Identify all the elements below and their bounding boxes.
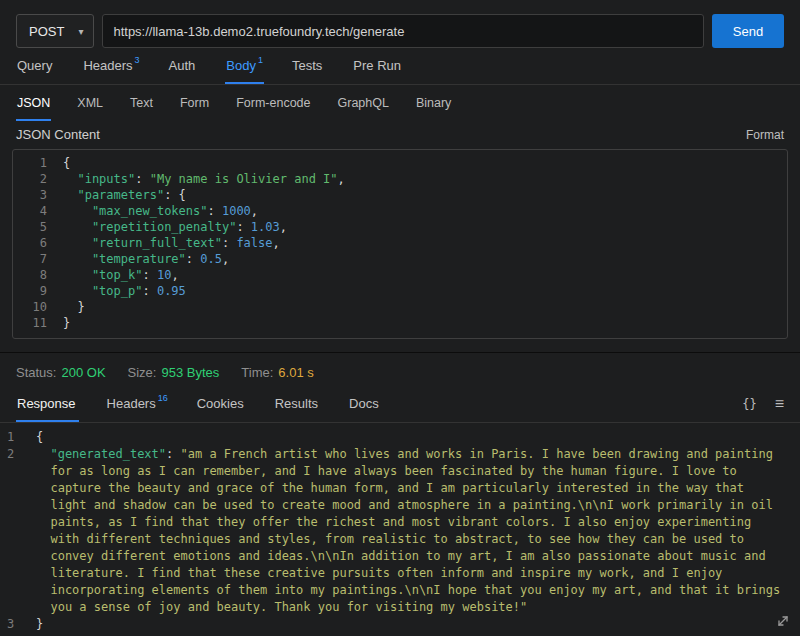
tab-label: Text [130, 96, 153, 110]
line-number: 4 [13, 203, 63, 219]
response-headers-count-badge: 16 [158, 393, 168, 403]
code-line-content: { [36, 429, 800, 446]
code-line-content: "return_full_text": false, [63, 235, 787, 251]
time-label: Time: [241, 365, 273, 380]
request-tabs-bar: Query Headers3 Auth Body1 Tests Pre Run [0, 48, 800, 85]
code-line-content: } [63, 299, 787, 315]
url-input[interactable] [102, 14, 704, 48]
tab-label: Headers [107, 396, 156, 411]
tab-label: Pre Run [353, 58, 401, 73]
code-line-content: "top_k": 10, [63, 267, 787, 283]
format-json-icon[interactable]: {} [742, 397, 756, 411]
code-line-content: "max_new_tokens": 1000, [63, 203, 787, 219]
tab-text[interactable]: Text [129, 87, 154, 121]
tab-cookies[interactable]: Cookies [196, 386, 247, 422]
code-line: 7"temperature": 0.5, [13, 251, 787, 267]
code-line: 3} [0, 616, 800, 633]
line-number: 3 [0, 616, 36, 633]
tab-results[interactable]: Results [274, 386, 321, 422]
tab-label: Query [17, 58, 52, 73]
status-group: Status:200 OK [16, 365, 106, 380]
method-label: POST [29, 24, 64, 39]
code-line-content: } [36, 616, 800, 633]
code-line: 1{ [13, 155, 787, 171]
code-line: 11} [13, 315, 787, 331]
json-content-title: JSON Content [16, 127, 100, 142]
tab-graphql[interactable]: GraphQL [337, 87, 390, 121]
code-line: 6"return_full_text": false, [13, 235, 787, 251]
line-number: 1 [13, 155, 63, 171]
line-number: 5 [13, 219, 63, 235]
size-label: Size: [128, 365, 157, 380]
tab-label: Binary [416, 96, 451, 110]
size-value: 953 Bytes [161, 365, 219, 380]
time-value: 6.01 s [278, 365, 313, 380]
tab-label: GraphQL [338, 96, 389, 110]
code-line: 2"generated_text": "am a French artist w… [0, 446, 800, 616]
line-number: 10 [13, 299, 63, 315]
chevron-down-icon: ▾ [78, 26, 83, 37]
tab-xml[interactable]: XML [76, 87, 104, 121]
tab-label: Docs [349, 396, 379, 411]
code-line-content: "top_p": 0.95 [63, 283, 787, 299]
tab-label: XML [77, 96, 103, 110]
tab-query[interactable]: Query [16, 48, 55, 84]
tab-pre-run[interactable]: Pre Run [352, 48, 404, 84]
code-line: 8"top_k": 10, [13, 267, 787, 283]
tab-tests[interactable]: Tests [291, 48, 325, 84]
status-label: Status: [16, 365, 56, 380]
tab-auth[interactable]: Auth [168, 48, 199, 84]
tab-docs[interactable]: Docs [348, 386, 382, 422]
line-number: 1 [0, 429, 36, 446]
tab-label: Tests [292, 58, 322, 73]
line-number: 3 [13, 187, 63, 203]
request-body-editor[interactable]: 1{2"inputs": "My name is Olivier and I",… [12, 149, 788, 339]
code-line-content: "generated_text": "am a French artist wh… [36, 446, 800, 616]
tab-json[interactable]: JSON [16, 87, 51, 121]
size-group: Size:953 Bytes [128, 365, 220, 380]
code-line-content: { [63, 155, 787, 171]
request-bar: POST ▾ Send [0, 0, 800, 48]
tab-form-encode[interactable]: Form-encode [235, 87, 311, 121]
line-number: 2 [13, 171, 63, 187]
status-value: 200 OK [61, 365, 105, 380]
tab-label: Cookies [197, 396, 244, 411]
format-button[interactable]: Format [746, 128, 784, 142]
line-number: 8 [13, 267, 63, 283]
tab-label: Auth [169, 58, 196, 73]
code-line-content: "repetition_penalty": 1.03, [63, 219, 787, 235]
body-count-badge: 1 [258, 55, 263, 65]
time-group: Time:6.01 s [241, 365, 313, 380]
tab-response-headers[interactable]: Headers16 [106, 386, 169, 422]
code-line-content: "parameters": { [63, 187, 787, 203]
tab-label: Results [275, 396, 318, 411]
response-status-bar: Status:200 OK Size:953 Bytes Time:6.01 s [0, 353, 800, 386]
rest-client-window: POST ▾ Send Query Headers3 Auth Body1 Te… [0, 0, 800, 636]
response-toolbar-icons: {} ≡ [742, 386, 784, 422]
menu-lines-icon[interactable]: ≡ [775, 396, 784, 412]
tab-label: Form [180, 96, 209, 110]
tab-label: JSON [17, 96, 50, 110]
code-line: 10} [13, 299, 787, 315]
response-body-editor[interactable]: 1{2"generated_text": "am a French artist… [0, 423, 800, 636]
method-select[interactable]: POST ▾ [16, 14, 94, 48]
body-type-tabs-bar: JSON XML Text Form Form-encode GraphQL B… [0, 85, 800, 121]
line-number: 2 [0, 446, 36, 616]
tab-headers[interactable]: Headers3 [82, 48, 140, 84]
tab-form[interactable]: Form [179, 87, 210, 121]
code-line: 9"top_p": 0.95 [13, 283, 787, 299]
tab-label: Headers [83, 58, 132, 73]
tab-body[interactable]: Body1 [225, 48, 264, 84]
code-line-content: "inputs": "My name is Olivier and I", [63, 171, 787, 187]
tab-binary[interactable]: Binary [415, 87, 452, 121]
tab-label: Form-encode [236, 96, 310, 110]
code-line: 2"inputs": "My name is Olivier and I", [13, 171, 787, 187]
send-button[interactable]: Send [712, 14, 784, 48]
line-number: 6 [13, 235, 63, 251]
tab-response[interactable]: Response [16, 386, 79, 422]
code-line: 4"max_new_tokens": 1000, [13, 203, 787, 219]
expand-resize-icon[interactable] [775, 613, 791, 629]
code-line-content: } [63, 315, 787, 331]
line-number: 7 [13, 251, 63, 267]
response-tabs-bar: Response Headers16 Cookies Results Docs … [0, 386, 800, 423]
